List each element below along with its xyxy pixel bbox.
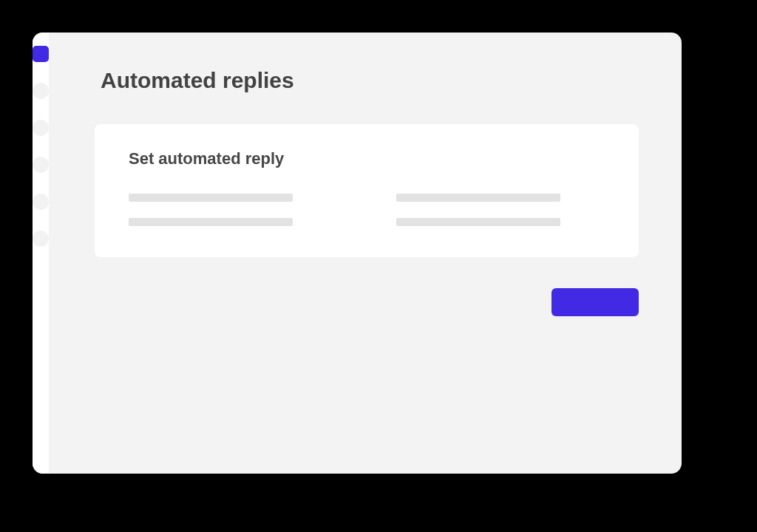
sidebar [33, 33, 49, 474]
action-row [95, 288, 639, 316]
settings-card: Set automated reply [95, 124, 639, 257]
form-column-right [396, 194, 560, 226]
form-field-placeholder[interactable] [396, 218, 560, 226]
save-button[interactable] [551, 288, 639, 316]
form-columns [129, 194, 605, 226]
sidebar-item-2[interactable] [33, 83, 49, 99]
main-content: Automated replies Set automated reply [49, 33, 682, 474]
form-field-placeholder[interactable] [129, 194, 293, 202]
sidebar-item-1[interactable] [33, 46, 49, 62]
sidebar-item-3[interactable] [33, 120, 49, 136]
form-field-placeholder[interactable] [396, 194, 560, 202]
card-title: Set automated reply [129, 149, 605, 168]
sidebar-item-4[interactable] [33, 157, 49, 173]
form-column-left [129, 194, 293, 226]
sidebar-item-5[interactable] [33, 194, 49, 210]
page-title: Automated replies [101, 68, 639, 93]
form-field-placeholder[interactable] [129, 218, 293, 226]
app-window: Automated replies Set automated reply [33, 33, 682, 474]
sidebar-item-6[interactable] [33, 231, 49, 247]
